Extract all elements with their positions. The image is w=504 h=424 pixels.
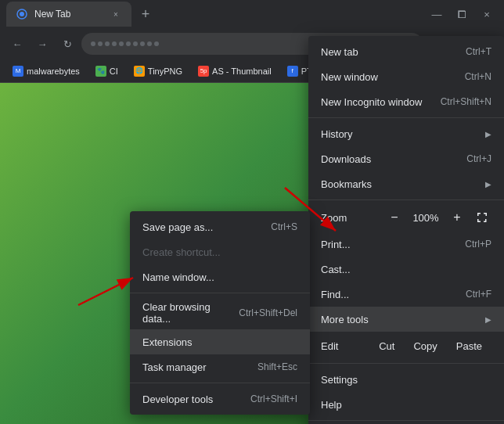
menu-more-tools[interactable]: More tools ▶	[308, 307, 504, 332]
bookmark-as-thumbnail[interactable]: 5p AS - Thumbnail	[192, 64, 278, 78]
submenu-dev-tools[interactable]: Developer tools Ctrl+Shift+I	[130, 386, 310, 411]
submenu-clear-browsing-shortcut: Ctrl+Shift+Del	[239, 307, 297, 318]
menu-edit-row: Edit Cut Copy Paste	[308, 332, 504, 360]
menu-more-tools-arrow: ▶	[485, 315, 491, 324]
reload-btn[interactable]: ↻	[56, 33, 78, 55]
submenu-save-page-shortcut: Ctrl+S	[271, 221, 297, 232]
bookmark-malwarebytes[interactable]: M malwarebytes	[6, 64, 86, 78]
menu-divider-4	[308, 420, 504, 421]
submenu-task-manager-shortcut: Shift+Esc	[257, 361, 297, 372]
more-tools-menu: Save page as... Ctrl+S Create shortcut..…	[130, 211, 310, 415]
submenu-extensions[interactable]: Extensions	[130, 329, 310, 354]
back-btn[interactable]: ←	[6, 33, 28, 55]
zoom-label: Zoom	[321, 212, 379, 224]
submenu-save-page[interactable]: Save page as... Ctrl+S	[130, 214, 310, 239]
submenu-dev-tools-shortcut: Ctrl+Shift+I	[250, 393, 297, 404]
menu-history[interactable]: History ▶	[308, 121, 504, 146]
menu-find[interactable]: Find... Ctrl+F	[308, 282, 504, 307]
menu-find-shortcut: Ctrl+F	[466, 289, 491, 300]
bookmark-label: CI	[110, 66, 118, 76]
active-tab[interactable]: New Tab ×	[6, 2, 131, 27]
submenu-save-page-label: Save page as...	[142, 221, 271, 233]
tab-close-btn[interactable]: ×	[110, 8, 122, 20]
menu-incognito[interactable]: New Incognito window Ctrl+Shift+N	[308, 89, 504, 114]
menu-history-arrow: ▶	[485, 130, 491, 138]
submenu-task-manager[interactable]: Task manager Shift+Esc	[130, 354, 310, 379]
cut-btn[interactable]: Cut	[369, 337, 404, 355]
omnibox-dot	[154, 41, 159, 46]
as-thumbnail-icon: 5p	[198, 66, 209, 77]
menu-divider-2	[308, 199, 504, 200]
tab-bar: New Tab × + — ⧠ ×	[0, 0, 504, 28]
menu-divider-3	[308, 363, 504, 364]
zoom-expand-btn[interactable]	[473, 208, 491, 227]
menu-new-window-shortcut: Ctrl+N	[465, 71, 491, 82]
menu-print[interactable]: Print... Ctrl+P	[308, 232, 504, 257]
submenu-create-shortcut[interactable]: Create shortcut...	[130, 239, 310, 264]
submenu-name-window[interactable]: Name window...	[130, 264, 310, 289]
omnibox-dot	[147, 41, 152, 46]
menu-new-window[interactable]: New window Ctrl+N	[308, 64, 504, 89]
menu-bookmarks-arrow: ▶	[485, 180, 491, 189]
omnibox-dot	[133, 41, 138, 46]
omnibox-dot	[112, 41, 117, 46]
bookmark-label: malwarebytes	[27, 66, 80, 76]
pti-icon: f	[287, 66, 298, 77]
submenu-clear-browsing-label: Clear browsing data...	[142, 301, 239, 325]
submenu-divider-1	[130, 293, 310, 293]
zoom-minus-btn[interactable]: −	[385, 208, 404, 227]
svg-point-1	[20, 12, 24, 16]
menu-new-tab-shortcut: Ctrl+T	[466, 46, 491, 57]
menu-settings[interactable]: Settings	[308, 367, 504, 392]
menu-bookmarks[interactable]: Bookmarks ▶	[308, 171, 504, 196]
omnibox-dot	[126, 41, 131, 46]
menu-downloads-label: Downloads	[321, 153, 466, 165]
menu-print-label: Print...	[321, 239, 465, 250]
bookmark-label: AS - Thumbnail	[212, 66, 272, 76]
menu-help-label: Help	[321, 399, 491, 411]
omnibox-dot	[105, 41, 110, 46]
submenu-create-shortcut-label: Create shortcut...	[142, 246, 297, 258]
menu-new-tab[interactable]: New tab Ctrl+T	[308, 39, 504, 64]
new-tab-btn[interactable]: +	[135, 3, 157, 25]
zoom-plus-btn[interactable]: +	[448, 208, 466, 227]
close-btn[interactable]: ×	[476, 3, 498, 25]
menu-bookmarks-label: Bookmarks	[321, 178, 482, 190]
submenu-task-manager-label: Task manager	[142, 361, 257, 373]
menu-history-label: History	[321, 128, 482, 140]
menu-settings-label: Settings	[321, 374, 491, 386]
omnibox-dot	[98, 41, 103, 46]
menu-new-tab-label: New tab	[321, 46, 466, 58]
edit-label: Edit	[321, 340, 369, 352]
menu-downloads[interactable]: Downloads Ctrl+J	[308, 146, 504, 171]
copy-btn[interactable]: Copy	[404, 337, 446, 355]
chrome-menu: New tab Ctrl+T New window Ctrl+N New Inc…	[308, 36, 504, 424]
zoom-value: 100%	[410, 212, 441, 224]
menu-more-tools-label: More tools	[321, 314, 482, 325]
bookmark-label: TinyPNG	[148, 66, 182, 76]
submenu-divider-2	[130, 383, 310, 383]
menu-divider-1	[308, 117, 504, 118]
tinypng-icon: 🌐	[134, 66, 145, 77]
malwarebytes-icon: M	[13, 66, 23, 77]
submenu-clear-browsing[interactable]: Clear browsing data... Ctrl+Shift+Del	[130, 296, 310, 329]
submenu-dev-tools-label: Developer tools	[142, 393, 250, 405]
menu-zoom-row: Zoom − 100% +	[308, 203, 504, 232]
menu-find-label: Find...	[321, 289, 466, 300]
submenu-name-window-label: Name window...	[142, 271, 297, 283]
menu-incognito-label: New Incognito window	[321, 96, 441, 108]
ci-icon: 🐾	[95, 66, 106, 77]
maximize-btn[interactable]: ⧠	[451, 3, 473, 25]
bookmark-ci[interactable]: 🐾 CI	[89, 64, 124, 78]
submenu-extensions-label: Extensions	[142, 336, 297, 348]
forward-btn[interactable]: →	[31, 33, 53, 55]
omnibox-content	[91, 41, 159, 46]
omnibox-dot	[119, 41, 124, 46]
menu-help[interactable]: Help	[308, 392, 504, 417]
tab-title: New Tab	[34, 9, 103, 20]
bookmark-tinypng[interactable]: 🌐 TinyPNG	[128, 64, 189, 78]
menu-cast[interactable]: Cast...	[308, 257, 504, 282]
menu-print-shortcut: Ctrl+P	[465, 239, 491, 250]
paste-btn[interactable]: Paste	[447, 337, 491, 355]
minimize-btn[interactable]: —	[426, 3, 448, 25]
